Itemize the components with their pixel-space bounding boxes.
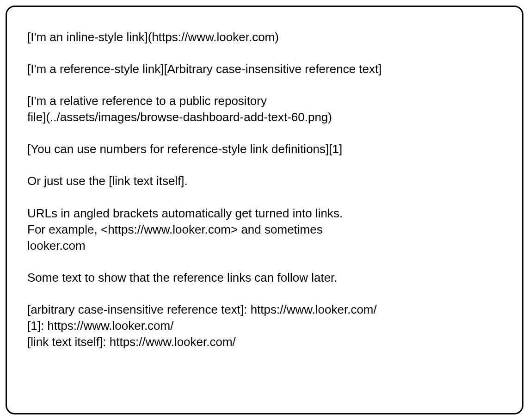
text-line: [I'm a relative reference to a public re… [27, 93, 502, 109]
text-line: [You can use numbers for reference-style… [27, 141, 502, 157]
text-line: [arbitrary case-insensitive reference te… [27, 302, 502, 318]
text-line: file](../assets/images/browse-dashboard-… [27, 109, 502, 125]
paragraph: [You can use numbers for reference-style… [27, 141, 502, 157]
paragraph: [I'm a relative reference to a public re… [27, 93, 502, 125]
paragraph: [I'm an inline-style link](https://www.l… [27, 29, 502, 45]
document-card: [I'm an inline-style link](https://www.l… [6, 6, 523, 414]
paragraph: [arbitrary case-insensitive reference te… [27, 302, 502, 350]
text-line: Or just use the [link text itself]. [27, 173, 502, 189]
text-line: Some text to show that the reference lin… [27, 270, 502, 286]
paragraph: Or just use the [link text itself]. [27, 173, 502, 189]
text-line: looker.com [27, 238, 502, 254]
paragraph: [I'm a reference-style link][Arbitrary c… [27, 61, 502, 77]
paragraph: URLs in angled brackets automatically ge… [27, 205, 502, 254]
paragraph: Some text to show that the reference lin… [27, 270, 502, 286]
text-line: [I'm a reference-style link][Arbitrary c… [27, 61, 502, 77]
text-line: For example, <https://www.looker.com> an… [27, 222, 502, 238]
text-line: [1]: https://www.looker.com/ [27, 318, 502, 334]
text-line: URLs in angled brackets automatically ge… [27, 205, 502, 222]
text-line: [I'm an inline-style link](https://www.l… [27, 29, 502, 45]
text-line: [link text itself]: https://www.looker.c… [27, 334, 502, 350]
